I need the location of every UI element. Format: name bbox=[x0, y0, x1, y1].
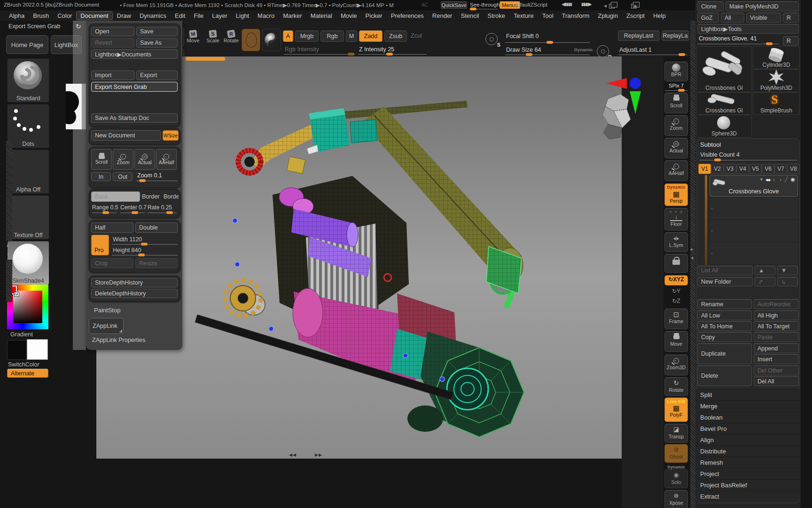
current-stroke-tile[interactable]: Dots bbox=[7, 104, 49, 148]
adjust-last-slider[interactable] bbox=[618, 55, 687, 55]
right-scroll-gutter[interactable] bbox=[801, 0, 812, 508]
current-stroke-button[interactable] bbox=[262, 29, 281, 51]
border2-button[interactable]: Border2 bbox=[164, 193, 179, 200]
rotate-tool[interactable]: R Rotate bbox=[222, 30, 241, 43]
document-preview-thumb[interactable] bbox=[66, 84, 87, 129]
lightbox-tools-button[interactable]: Lightbox▶Tools bbox=[697, 24, 799, 34]
subtool-half1-icon[interactable]: ◐ bbox=[773, 177, 776, 183]
pro-button[interactable]: Pro bbox=[91, 235, 109, 255]
floating-mesh-preview[interactable] bbox=[600, 93, 633, 142]
zoom-button[interactable]: ↕ Zoom bbox=[664, 115, 688, 136]
lightbox-documents-button[interactable]: Lightbox▶Documents bbox=[91, 49, 178, 59]
zapplink-button[interactable]: ZAppLink bbox=[89, 318, 124, 334]
dynamic-label[interactable]: Dynamic bbox=[574, 47, 593, 52]
zsub-button[interactable]: Zsub bbox=[384, 31, 407, 42]
actual-button[interactable]: x1 Actual bbox=[664, 138, 688, 159]
import-button[interactable]: Import bbox=[91, 71, 134, 80]
vtab-v8[interactable]: V8 bbox=[787, 164, 800, 174]
menu-transform[interactable]: Transform bbox=[558, 11, 594, 20]
merge-row[interactable]: Merge bbox=[696, 400, 800, 412]
insert-button[interactable]: Insert bbox=[754, 354, 799, 364]
z-intensity-slider-label[interactable]: Z Intensity 25 bbox=[359, 46, 394, 53]
menu-file[interactable]: File bbox=[189, 11, 208, 20]
height-slider[interactable] bbox=[112, 255, 178, 255]
extract-row[interactable]: Extract bbox=[696, 491, 800, 502]
mrgb-button[interactable]: Mrgb bbox=[295, 31, 319, 42]
distribute-row[interactable]: Distribute bbox=[696, 445, 800, 457]
split-row[interactable]: Split bbox=[696, 389, 800, 400]
rgb-button[interactable]: Rgb bbox=[320, 31, 344, 42]
default-zscript-button[interactable]: DefaultZScript bbox=[513, 2, 547, 8]
new-folder-button[interactable]: New Folder bbox=[697, 277, 753, 286]
zoom-nav-button[interactable]: ↕Zoom bbox=[113, 149, 133, 170]
canvas-back-icon[interactable]: ◀◀ bbox=[289, 452, 297, 457]
move-into-folder-icon-button[interactable]: ↳ bbox=[777, 277, 798, 286]
rotate-xyz-button[interactable]: ↻XYZ bbox=[664, 275, 688, 286]
canvas-forward-icon[interactable]: ▶▶ bbox=[315, 452, 322, 457]
clone-button[interactable]: Clone bbox=[697, 1, 724, 11]
menu-document[interactable]: Document bbox=[76, 11, 112, 20]
current-alpha-button[interactable] bbox=[242, 29, 260, 51]
color-cursor[interactable] bbox=[15, 292, 19, 296]
polyframe-button[interactable]: Line Fill ▦ PolyF bbox=[664, 397, 688, 422]
menu-texture[interactable]: Texture bbox=[509, 11, 538, 20]
menu-edit[interactable]: Edit bbox=[171, 11, 189, 20]
menu-color[interactable]: Color bbox=[53, 11, 76, 20]
menu-preferences[interactable]: Preferences bbox=[387, 11, 428, 20]
center-slider-label[interactable]: Center 0.7 bbox=[120, 204, 147, 211]
menu-tool[interactable]: Tool bbox=[538, 11, 558, 20]
autoreorder-button[interactable]: AutoReorder bbox=[754, 299, 799, 309]
open-button[interactable]: Open bbox=[91, 27, 134, 36]
spix-slider-label[interactable]: SPix 7 bbox=[664, 83, 688, 88]
rotate-canvas-button[interactable]: ↻ Rotate bbox=[664, 377, 688, 396]
menu-picker[interactable]: Picker bbox=[361, 11, 387, 20]
remesh-row[interactable]: Remesh bbox=[696, 457, 800, 468]
xpose-button[interactable]: ⊛ Xpose bbox=[664, 490, 688, 508]
scroll-nav-button[interactable]: Scroll bbox=[91, 149, 112, 170]
menu-movie[interactable]: Movie bbox=[336, 11, 361, 20]
save-as-button[interactable]: Save As bbox=[136, 38, 178, 48]
active-tool-slider-label[interactable]: Crossbones Glove. 41 bbox=[699, 35, 757, 42]
subtool-title[interactable]: Subtool bbox=[700, 141, 721, 148]
vtab-v2[interactable]: V2 bbox=[711, 164, 724, 174]
subtool-up-button[interactable]: ▲ bbox=[755, 266, 775, 275]
z-intensity-slider[interactable] bbox=[358, 54, 427, 55]
del-other-button[interactable]: Del Other bbox=[754, 365, 799, 375]
zoom-slider[interactable] bbox=[136, 181, 178, 181]
left-divider-next-icon[interactable]: ▸ bbox=[7, 243, 9, 248]
menu-zscript[interactable]: Zscript bbox=[622, 11, 649, 20]
vtab-v1[interactable]: V1 bbox=[698, 164, 711, 174]
menu-marker[interactable]: Marker bbox=[279, 11, 306, 20]
left-divider-prev-icon[interactable]: ◂ bbox=[7, 251, 9, 256]
see-through-slider[interactable] bbox=[469, 9, 498, 9]
wsize-button[interactable]: WSize bbox=[163, 130, 179, 141]
draw-size-slider-label[interactable]: Draw Size 64 bbox=[506, 47, 541, 53]
tool-thumb-sphere[interactable]: Sphere3D bbox=[696, 115, 752, 138]
alternate-button[interactable]: Alternate bbox=[7, 369, 48, 378]
range-slider-label[interactable]: Range 0.5 bbox=[92, 204, 118, 211]
bpr-button[interactable]: BPR bbox=[664, 62, 688, 81]
lsym-button[interactable]: ◂|▸ L.Sym bbox=[664, 232, 688, 252]
paintstop-item[interactable]: PaintStop bbox=[94, 307, 120, 314]
frame-button[interactable]: ⊡ Frame bbox=[664, 309, 688, 329]
export-button[interactable]: Export bbox=[136, 71, 178, 80]
goz-button[interactable]: GoZ bbox=[697, 13, 719, 23]
play-forward-icon[interactable]: ▮▮▮▮▶ bbox=[581, 2, 592, 7]
width-slider-label[interactable]: Width 1120 bbox=[113, 236, 142, 243]
current-texture-tile[interactable]: Texture Off bbox=[7, 195, 49, 239]
move-to-folder-icon-button[interactable]: ↱ bbox=[755, 277, 775, 286]
left-divider-strip2[interactable] bbox=[6, 260, 12, 302]
vtab-v5[interactable]: V5 bbox=[749, 164, 762, 174]
subtool-paint-icon[interactable]: ●● bbox=[765, 177, 770, 183]
subtool-empty-row[interactable] bbox=[710, 243, 798, 265]
secondary-color-swatch[interactable] bbox=[27, 339, 48, 360]
doc-windows-icon[interactable] bbox=[609, 4, 615, 8]
project-row[interactable]: Project bbox=[696, 468, 800, 479]
range-slider[interactable] bbox=[92, 213, 117, 213]
actual-nav-button[interactable]: x1Actual bbox=[134, 149, 155, 170]
aahalf-nav-button[interactable]: ▫AAHalf bbox=[156, 149, 177, 170]
switchcolor-label[interactable]: SwitchColor bbox=[8, 361, 39, 368]
align-row[interactable]: Align bbox=[696, 434, 800, 445]
lightbox-divider-handle[interactable] bbox=[186, 57, 225, 61]
menu-render[interactable]: Render bbox=[428, 11, 457, 20]
